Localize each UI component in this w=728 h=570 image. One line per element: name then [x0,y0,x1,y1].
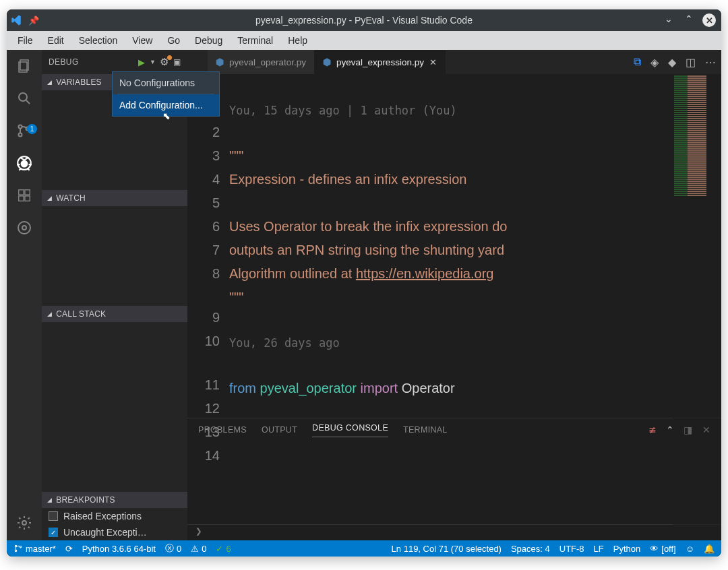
watch-header[interactable]: ◢WATCH [42,190,187,206]
minimize-button[interactable]: ⌄ [662,13,675,27]
svg-point-13 [22,226,26,230]
status-eol[interactable]: LF [594,544,604,554]
panel-terminal[interactable]: TERMINAL [403,425,448,435]
status-spaces[interactable]: Spaces: 4 [511,544,550,554]
configure-gear-icon[interactable]: ⚙ [160,56,169,68]
bp-raised[interactable]: Raised Exceptions [42,508,187,524]
svg-point-15 [15,545,16,546]
panel-tabs: PROBLEMS OUTPUT DEBUG CONSOLE TERMINAL ≡… [187,418,721,441]
pin-icon[interactable]: 📌 [26,15,42,26]
tab-close-icon[interactable]: ✕ [429,57,437,67]
preview-icon[interactable]: ◈ [650,56,659,69]
scm-badge: 1 [27,124,37,134]
debug-icon[interactable] [15,154,34,172]
editor-area: ⬢pyeval_operator.py ⬢pyeval_expression.p… [187,50,721,540]
status-eye[interactable]: 👁 [off] [650,544,675,554]
status-python[interactable]: Python 3.6.6 64-bit [82,544,156,554]
gitlens-icon[interactable] [15,218,34,237]
diff-icon[interactable]: ◆ [668,56,676,69]
tab-operator[interactable]: ⬢pyeval_operator.py [208,50,315,74]
start-debug-button[interactable]: ▶ [138,57,145,67]
window-title: pyeval_expression.py - PyEval - Visual S… [7,15,721,26]
svg-rect-11 [25,190,30,195]
codelens[interactable]: You, 26 days ago [229,333,721,353]
breakpoints-header[interactable]: ◢BREAKPOINTS [42,492,187,508]
menu-view[interactable]: View [125,33,159,48]
status-lang[interactable]: Python [613,544,640,554]
compare-icon[interactable]: ⧉ [634,56,641,68]
svg-rect-10 [25,196,30,201]
status-warnings[interactable]: ⚠ 0 [191,544,206,554]
maximize-button[interactable]: ⌃ [682,13,696,27]
status-sync[interactable]: ⟳ [65,544,73,554]
status-branch[interactable]: master* [13,544,56,554]
minimap[interactable] [673,74,721,540]
debug-sidebar: DEBUG ▶ ▼ ⚙ ▣ ◢VARIABLES ◢WATCH ◢CALL ST… [42,50,187,540]
status-tests[interactable]: ✓ 6 [216,544,231,554]
svg-point-3 [19,125,22,129]
app-window: 📌 pyeval_expression.py - PyEval - Visual… [7,9,721,557]
menu-selection[interactable]: Selection [72,33,125,48]
titlebar: 📌 pyeval_expression.py - PyEval - Visual… [7,9,721,31]
status-errors[interactable]: ⓧ 0 [165,542,181,555]
close-button[interactable]: ✕ [702,13,716,27]
svg-point-17 [20,546,21,548]
python-icon: ⬢ [216,57,224,67]
menubar: File Edit Selection View Go Debug Termin… [7,31,721,50]
svg-point-14 [22,521,26,525]
panel-debugconsole[interactable]: DEBUG CONSOLE [312,423,388,437]
clear-icon[interactable]: ≢ [648,424,657,435]
vscode-icon [7,14,26,26]
sidebar-header: DEBUG ▶ ▼ ⚙ ▣ [42,50,187,74]
svg-rect-9 [19,196,24,201]
checkbox-unchecked-icon[interactable] [49,511,58,521]
dropdown-add-config[interactable]: Add Configuration...⬉ [113,94,219,116]
split-icon[interactable]: ◫ [686,56,696,69]
callstack-header[interactable]: ◢CALL STACK [42,306,187,322]
tab-expression[interactable]: ⬢pyeval_expression.py✕ [315,50,446,74]
code-area[interactable]: 12345678 910 11121314 You, 15 days ago |… [187,74,721,418]
python-icon: ⬢ [323,57,331,67]
sidebar-title: DEBUG [49,57,134,67]
menu-debug[interactable]: Debug [188,33,229,48]
menu-file[interactable]: File [11,33,40,48]
extensions-icon[interactable] [15,186,34,205]
svg-point-12 [18,222,30,234]
status-encoding[interactable]: UTF-8 [559,544,584,554]
panel-output[interactable]: OUTPUT [262,425,297,435]
debug-input[interactable]: ❯ [187,524,721,540]
menu-terminal[interactable]: Terminal [231,33,280,48]
codelens[interactable]: You, 15 days ago | 1 author (You) [229,100,721,121]
main-area: 1 DEBUG ▶ ▼ ⚙ ▣ ◢VARIABLES ◢WATCH ◢CALL … [7,50,721,540]
status-bar: master* ⟳ Python 3.6.6 64-bit ⓧ 0 ⚠ 0 ✓ … [7,540,721,557]
activity-bar: 1 [7,50,42,540]
bp-uncaught[interactable]: ✓Uncaught Excepti… [42,524,187,540]
settings-icon[interactable] [15,513,34,532]
bottom-panel: PROBLEMS OUTPUT DEBUG CONSOLE TERMINAL ≡… [187,418,721,540]
more-icon[interactable]: ⋯ [705,56,716,69]
gutter: 12345678 910 11121314 [187,74,229,418]
menu-help[interactable]: Help [281,33,314,48]
svg-point-16 [15,550,16,551]
checkbox-checked-icon[interactable]: ✓ [49,528,58,537]
tabs: ⬢pyeval_operator.py ⬢pyeval_expression.p… [187,50,721,74]
scm-icon[interactable]: 1 [15,121,34,140]
config-dropdown-arrow[interactable]: ▼ [150,59,156,65]
explorer-icon[interactable] [15,57,34,75]
dropdown-no-config[interactable]: No Configurations [113,72,219,94]
svg-point-4 [19,133,22,137]
status-cursor[interactable]: Ln 119, Col 71 (70 selected) [392,544,502,554]
svg-point-7 [22,161,28,167]
debug-console-icon[interactable]: ▣ [173,57,181,67]
menu-edit[interactable]: Edit [41,33,71,48]
status-feedback-icon[interactable]: ☺ [686,544,694,554]
status-bell-icon[interactable]: 🔔 [704,544,715,554]
code-content[interactable]: You, 15 days ago | 1 author (You) """ Ex… [229,74,721,418]
svg-rect-8 [19,190,24,195]
search-icon[interactable] [15,89,34,108]
config-dropdown: No Configurations Add Configuration...⬉ [112,71,220,117]
svg-point-2 [19,93,27,101]
menu-go[interactable]: Go [160,33,187,48]
